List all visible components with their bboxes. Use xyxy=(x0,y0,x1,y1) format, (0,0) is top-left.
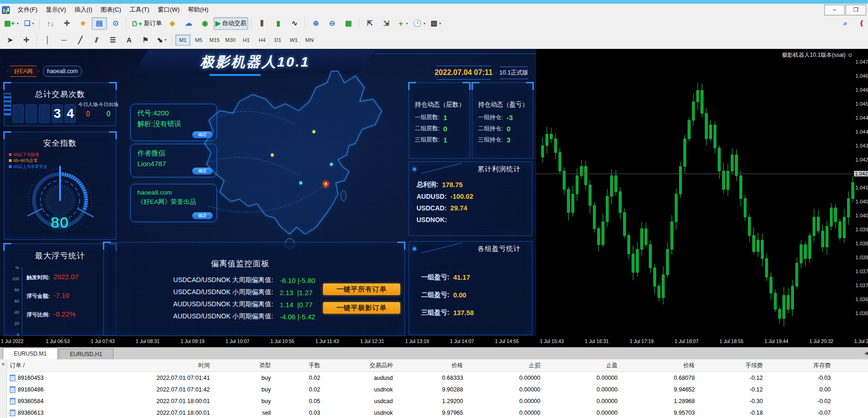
menu-item-4[interactable]: 工具(T) xyxy=(125,4,154,15)
timeframe-w1[interactable]: W1 xyxy=(286,34,301,46)
column-header[interactable]: 时间 xyxy=(98,362,213,370)
time-label: 1 Jul 10:07 xyxy=(226,338,249,344)
deviation-row: AUDUSD/USDNOK 小周期偏离值:-4.06 |-5.42 xyxy=(134,310,315,323)
menu-item-2[interactable]: 插入(I) xyxy=(70,4,96,15)
vertical-line-tool[interactable]: │ xyxy=(40,34,55,46)
strategy-tester-button[interactable]: ⊙ xyxy=(108,17,123,30)
price-label: 1.040 xyxy=(855,213,868,218)
terminal-button[interactable]: ▤ xyxy=(92,17,107,30)
column-header[interactable]: 库存费 xyxy=(766,362,834,370)
channel-tool[interactable]: ⫽ xyxy=(89,34,104,46)
site-badge[interactable]: haoea8.com xyxy=(43,66,82,77)
timeframe-m5[interactable]: M5 xyxy=(191,34,206,46)
crosshair-tool[interactable]: ✛ xyxy=(19,34,34,46)
timeframe-m1[interactable]: M1 xyxy=(175,34,190,46)
timeframe-h1[interactable]: H1 xyxy=(239,34,254,46)
cursor-tool[interactable]: ➤ xyxy=(2,34,18,46)
candlestick-chart[interactable] xyxy=(536,49,855,336)
text-tool[interactable]: A xyxy=(121,34,137,46)
horizontal-line-tool[interactable]: ─ xyxy=(56,34,72,46)
chart-tab-eurusd-h1[interactable]: EURUSD,H1 xyxy=(59,349,114,359)
column-header[interactable]: 获利 xyxy=(834,362,868,370)
label-tool[interactable]: ⚑ xyxy=(138,34,153,46)
stat-row: 二组持仓:0 xyxy=(478,123,533,134)
order-row[interactable]: 893605842022.07.01 18:00:01buy0.05usdcad… xyxy=(7,395,868,407)
metaeditor-button[interactable]: ◆ xyxy=(165,17,180,30)
line-chart-type-button[interactable]: ∿ xyxy=(287,17,302,30)
close-ea-orders-button[interactable]: 一键平极影订单 xyxy=(323,302,400,314)
version-badge: 10.1正式版 xyxy=(496,67,532,79)
close-terminal-icon[interactable]: ✕ xyxy=(1,362,5,367)
order-doc-icon xyxy=(10,375,15,381)
price-label: 1.042 xyxy=(854,171,868,176)
new-order-button[interactable]: 🗋+新订单 xyxy=(129,17,164,30)
menu-item-5[interactable]: 窗口(W) xyxy=(154,4,184,15)
templates-button[interactable]: ▧▾ xyxy=(428,17,444,30)
periods-button[interactable]: 🕑▾ xyxy=(411,17,427,30)
chart-tab-eurusd-m1[interactable]: EURUSD,M1 xyxy=(3,348,58,359)
tile-windows-button[interactable]: ▦ xyxy=(341,17,356,30)
panel-title: 最大浮亏统计 xyxy=(4,250,116,261)
timeframe-h4[interactable]: H4 xyxy=(255,34,269,46)
timeframe-m30[interactable]: M30 xyxy=(223,34,238,46)
timeframe-d1[interactable]: D1 xyxy=(270,34,285,46)
trendline-tool[interactable]: ╱ xyxy=(73,34,88,46)
menu-item-1[interactable]: 显示(V) xyxy=(42,4,70,15)
menu-item-0[interactable]: 文件(F) xyxy=(13,4,42,15)
time-label: 1 Jul 11:43 xyxy=(316,338,339,344)
stat-row: 三组层数:1 xyxy=(415,134,470,145)
price-scale[interactable]: 1.0471.0461.0461.0451.0441.0441.0431.042… xyxy=(855,49,868,336)
tab-scroll-left-icon[interactable]: ◀ xyxy=(864,351,868,356)
column-header[interactable]: 手数 xyxy=(274,362,323,370)
help-icon[interactable]: ❪ xyxy=(854,17,868,30)
column-header[interactable]: 价格 xyxy=(620,362,698,370)
column-header[interactable]: 止盈 xyxy=(543,362,620,370)
column-header[interactable]: 交易品种 xyxy=(323,362,396,370)
column-header[interactable]: 订单 / xyxy=(7,362,98,370)
mql5-community-icon[interactable]: ☁ xyxy=(181,17,196,30)
arrows-tool[interactable]: ⬊▾ xyxy=(154,34,169,46)
timeframe-mn[interactable]: MN xyxy=(302,34,317,46)
order-row[interactable]: 891604532022.07.01 07:01:41buy0.02audusd… xyxy=(7,372,868,384)
column-header[interactable]: 手续费 xyxy=(698,362,766,370)
panel-title: 偏离值监控面板 xyxy=(104,258,404,269)
datetime-badge: 2022.07.04 07:11 xyxy=(432,66,495,80)
close-all-orders-button[interactable]: 一键平所有订单 xyxy=(323,283,400,295)
market-icon[interactable]: ◉ xyxy=(197,17,213,30)
order-row[interactable]: 893606132022.07.01 18:00:01sell0.03usdno… xyxy=(7,407,868,418)
safety-index-panel: 安全指数 60以下为隐患60~90为正常90以上为非常安全 80 xyxy=(4,132,116,240)
chart-shift-button[interactable]: ⇲ xyxy=(378,17,394,30)
price-label: 1.046 xyxy=(855,73,868,79)
time-axis[interactable]: 1 Jul 20221 Jul 06:531 Jul 07:431 Jul 08… xyxy=(0,336,868,347)
fibonacci-tool[interactable]: ☰ xyxy=(105,34,121,46)
column-header[interactable]: 类型 xyxy=(213,362,274,370)
column-header[interactable]: 价格 xyxy=(396,362,466,370)
profiles-button[interactable]: ❏▾ xyxy=(21,17,37,30)
candle-chart-type-button[interactable]: ▮ xyxy=(270,17,286,30)
new-chart-button[interactable]: ▦+▾ xyxy=(2,17,20,30)
drawdown-row: 浮亏金额:-7.10 xyxy=(27,291,79,300)
order-row[interactable]: 891604862022.07.01 07:01:42buy0.02usdnok… xyxy=(7,384,868,395)
auto-trading-button[interactable]: ▶自动交易 xyxy=(214,17,249,30)
data-window-button[interactable]: ✛ xyxy=(59,17,74,30)
zoom-out-button[interactable]: ⊖ xyxy=(324,17,340,30)
restore-button[interactable]: ❐ xyxy=(846,5,866,15)
price-label: 1.045 xyxy=(855,101,868,107)
bar-chart-type-button[interactable]: ⫼ xyxy=(254,17,269,30)
zoom-in-button[interactable]: ⊕ xyxy=(308,17,323,30)
panel-title: 持仓动态（层数） xyxy=(409,101,470,109)
auto-arrange-button[interactable]: ⇱ xyxy=(362,17,377,30)
indicators-button[interactable]: ＋▾ xyxy=(395,17,410,30)
search-icon[interactable]: ⌕ xyxy=(838,17,853,30)
menu-item-3[interactable]: 图表(C) xyxy=(96,4,125,15)
chart-overlay-title: 极影机器人10.1版本(ssai)☺ xyxy=(782,51,853,59)
minimize-button[interactable]: – xyxy=(824,5,845,15)
market-watch-button[interactable]: ↑↓ xyxy=(43,17,58,30)
timeframe-m15[interactable]: M15 xyxy=(207,34,222,46)
hao-ea-badge[interactable]: 好EA网 xyxy=(7,66,39,77)
column-header[interactable]: 止损 xyxy=(466,362,543,370)
drawdown-row: 浮亏比例:-0.22% xyxy=(27,310,79,318)
menu-item-6[interactable]: 帮助(H) xyxy=(184,4,213,15)
navigator-button[interactable]: ★ xyxy=(75,17,91,30)
position-layers-panel: 持仓动态（层数） 一组层数:1二组层数:0三组层数:1 xyxy=(409,82,470,159)
